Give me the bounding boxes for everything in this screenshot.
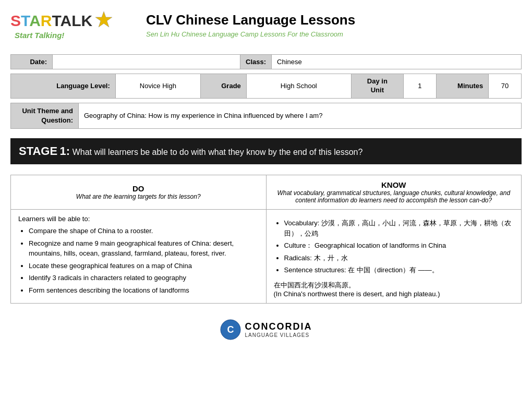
grade-value: High School	[246, 74, 351, 99]
grade-label: Grade	[200, 74, 246, 99]
do-subtitle: What are the learning targets for this l…	[18, 193, 259, 200]
subtitle: Sen Lin Hu Chinese Language Camp Lessons…	[146, 30, 522, 38]
minutes-value: 70	[489, 74, 522, 99]
concordia-icon: C	[220, 319, 241, 340]
theme-label: Unit Theme andQuestion:	[11, 103, 79, 128]
list-item: Recognize and name 9 main geographical f…	[29, 238, 259, 259]
day-in-unit-value: 1	[404, 74, 437, 99]
stage-text: What will learners be able to do with wh…	[72, 148, 363, 156]
date-value	[53, 55, 240, 69]
svg-marker-0	[95, 11, 112, 27]
star-icon	[94, 10, 113, 31]
know-header: KNOW What vocabulary, grammatical struct…	[266, 175, 522, 210]
minutes-label: Minutes	[436, 74, 488, 99]
concordia-logo: C CONCORDIA LANGUAGE VILLAGES	[220, 319, 312, 340]
page-header: STARTALK Start Talking! CLV Chinese Lang…	[10, 10, 522, 45]
concordia-name: CONCORDIA	[245, 321, 312, 332]
list-item: Locate these geographical features on a …	[29, 261, 259, 271]
know-title: KNOW	[274, 180, 514, 189]
main-title: CLV Chinese Language Lessons	[146, 12, 522, 28]
do-header: DO What are the learning targets for thi…	[11, 175, 267, 210]
svg-text:C: C	[227, 324, 234, 335]
list-item: Form sentences describing the locations …	[29, 285, 259, 296]
list-item: Sentence structures: 在 中国（direction）有 ——…	[284, 265, 514, 275]
list-item: Culture： Geographical location of landfo…	[284, 240, 514, 251]
class-label: Class:	[240, 55, 272, 69]
language-level-value: Novice High	[115, 74, 200, 99]
list-item: Identify 3 radicals in characters relate…	[29, 273, 259, 283]
concordia-logo-section: C CONCORDIA LANGUAGE VILLAGES	[10, 319, 522, 342]
do-intro: Learners will be able to:	[18, 215, 259, 223]
title-area: CLV Chinese Language Lessons Sen Lin Hu …	[125, 12, 522, 38]
list-item: Vocabulary: 沙漠，高原，高山，小山，河流，森林，草原，大海，耕地（农…	[284, 218, 514, 238]
startalk-logo: STARTALK Start Talking!	[10, 10, 125, 40]
know-extra-chinese: 在中国西北有沙漠和高原。	[274, 281, 514, 290]
theme-value: Geography of China: How is my experience…	[79, 103, 522, 128]
concordia-text: CONCORDIA LANGUAGE VILLAGES	[245, 321, 312, 338]
know-subtitle: What vocabulary, grammatical structures,…	[274, 189, 514, 204]
language-level-table: Language Level: Novice High Grade High S…	[10, 74, 522, 99]
do-content: Learners will be able to: Compare the sh…	[11, 210, 267, 304]
date-class-table: Date: Class: Chinese	[10, 54, 522, 69]
language-level-label: Language Level:	[11, 74, 116, 99]
know-extra-english: (In China's northwest there is desert, a…	[274, 290, 514, 298]
date-label: Date:	[11, 55, 53, 69]
list-item: Compare the shape of China to a rooster.	[29, 226, 259, 236]
do-list: Compare the shape of China to a rooster.…	[29, 226, 259, 295]
unit-theme-table: Unit Theme andQuestion: Geography of Chi…	[10, 103, 522, 129]
list-item: Radicals: 木，廾，水	[284, 253, 514, 263]
day-in-unit-label: Day inUnit	[351, 74, 403, 99]
know-list: Vocabulary: 沙漠，高原，高山，小山，河流，森林，草原，大海，耕地（农…	[284, 218, 514, 275]
stage1-banner: STAGE 1: What will learners be able to d…	[10, 138, 522, 164]
do-title: DO	[18, 184, 259, 193]
class-value: Chinese	[272, 55, 522, 69]
stage-num: 1:	[60, 144, 70, 158]
stage-label: STAGE	[19, 144, 57, 158]
concordia-sub: LANGUAGE VILLAGES	[245, 332, 312, 338]
know-content: Vocabulary: 沙漠，高原，高山，小山，河流，森林，草原，大海，耕地（农…	[266, 210, 522, 304]
logo-tagline: Start Talking!	[15, 31, 125, 40]
do-know-table: DO What are the learning targets for thi…	[10, 175, 522, 304]
